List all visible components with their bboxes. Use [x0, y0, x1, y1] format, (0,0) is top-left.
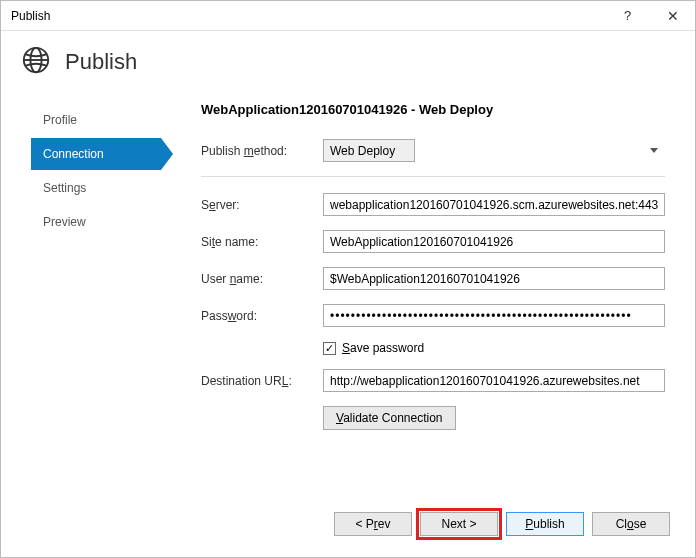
main-panel: WebApplication120160701041926 - Web Depl…: [171, 98, 695, 430]
wizard-footer: < Prev Next > Publish Close: [308, 502, 696, 546]
sidebar-item-label: Profile: [43, 113, 77, 127]
publish-method-select[interactable]: Web Deploy: [323, 139, 415, 162]
publish-button[interactable]: Publish: [506, 512, 584, 536]
next-button[interactable]: Next >: [420, 512, 498, 536]
user-name-input[interactable]: [323, 267, 665, 290]
sidebar-item-settings[interactable]: Settings: [31, 172, 171, 204]
server-input[interactable]: [323, 193, 665, 216]
dialog-header: Publish: [1, 31, 695, 98]
sidebar-item-preview[interactable]: Preview: [31, 206, 171, 238]
window-title: Publish: [11, 9, 605, 23]
profile-title: WebApplication120160701041926 - Web Depl…: [201, 102, 665, 117]
site-name-label: Site name:: [201, 235, 323, 249]
help-button[interactable]: ?: [605, 1, 650, 31]
user-name-label: User name:: [201, 272, 323, 286]
wizard-sidebar: Profile Connection Settings Preview: [1, 98, 171, 430]
close-window-button[interactable]: ✕: [650, 1, 695, 31]
sidebar-item-label: Connection: [43, 147, 104, 161]
divider: [201, 176, 665, 177]
destination-url-label: Destination URL:: [201, 374, 323, 388]
site-name-input[interactable]: [323, 230, 665, 253]
save-password-checkbox[interactable]: ✓: [323, 342, 336, 355]
sidebar-item-label: Preview: [43, 215, 86, 229]
validate-connection-button[interactable]: Validate Connection: [323, 406, 456, 430]
sidebar-item-label: Settings: [43, 181, 86, 195]
globe-icon: [21, 45, 51, 78]
password-input[interactable]: [323, 304, 665, 327]
server-label: Server:: [201, 198, 323, 212]
save-password-label: Save password: [342, 341, 424, 355]
page-title: Publish: [65, 49, 137, 75]
close-button[interactable]: Close: [592, 512, 670, 536]
titlebar: Publish ? ✕: [1, 1, 695, 31]
publish-method-label: Publish method:: [201, 144, 323, 158]
sidebar-item-profile[interactable]: Profile: [31, 104, 171, 136]
prev-button[interactable]: < Prev: [334, 512, 412, 536]
destination-url-input[interactable]: [323, 369, 665, 392]
sidebar-item-connection[interactable]: Connection: [31, 138, 161, 170]
password-label: Password:: [201, 309, 323, 323]
